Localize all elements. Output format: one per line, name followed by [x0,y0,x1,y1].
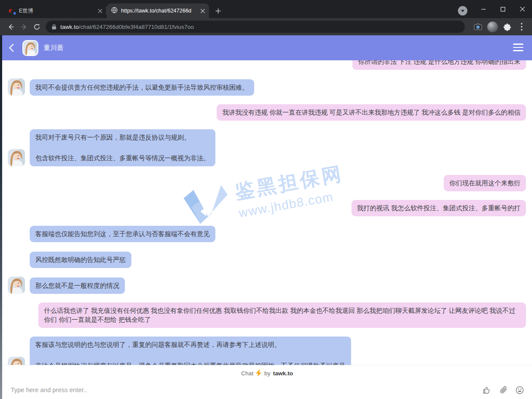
message-row: 我司对于废号只有一个原因，那就是违反协议与规则。包含软件投注、集团式投注、多重帐… [8,129,526,167]
message-text: 客服该与您说明的也与您说明了，重复的问题客服就不再赘述，再请参考下上述说明。 [35,340,345,349]
new-tab-button[interactable] [212,5,224,16]
reload-button[interactable] [30,20,43,33]
browser-window: e E世博 https://tawk.to/chat/6247266d [0,0,532,399]
message-row: 我打的视讯 我怎么软件投注、集团式投注、多重帐号的打 [8,200,526,216]
message-list: 你所谓的非法 下注 违规 是什么地方违规 你明确的指出来我司不会提供贵方任何您违… [2,60,532,365]
agent-message-bubble: 客服该与您说明的也与您说明了，重复的问题客服就不再赘述，再请参考下上述说明。非法… [30,337,351,365]
browser-toolbar: tawk.to/chat/6247266d0bfe3f4a87710d81/1f… [0,18,532,35]
maximize-button[interactable] [493,0,513,18]
message-row: 你所谓的非法 下注 违规 是什么地方违规 你明确的指出来 [8,60,526,70]
message-avatar [8,149,25,166]
minimize-button[interactable] [474,0,493,18]
message-row: 我讲我没有违规 你就一直在讲我违规 可是又讲不出来我那地方违规了 我冲这么多钱 … [8,104,526,121]
back-button[interactable] [4,20,17,33]
lock-icon [52,24,56,30]
extensions-puzzle-icon[interactable] [501,21,513,33]
agent-avatar [22,40,38,56]
tab-bar: e E世博 https://tawk.to/chat/6247266d [0,0,532,18]
profile-avatar-icon[interactable] [486,21,498,33]
visitor-message-bubble: 你们现在就用这个来敷衍 [444,175,526,191]
tab-label: E世博 [19,7,96,15]
message-text: 风控既然敢明确的告知此号严惩 [35,255,126,265]
message-row: 客服端也仅能告知您到这，至于您承认与否客服端不会有意见 [8,225,526,242]
close-window-button[interactable] [513,0,532,18]
globe-icon [111,7,118,15]
browser-menu-icon[interactable] [516,21,528,33]
tab-close-icon[interactable] [199,7,206,15]
tab-esbo[interactable]: e E世博 [4,3,106,18]
tab-search-button[interactable] [458,6,467,16]
message-avatar [8,277,25,294]
menu-icon[interactable] [513,44,523,51]
message-row: 风控既然敢明确的告知此号严惩 [8,251,526,268]
agent-message-bubble: 我司不会提供贵方任何您违规的手法，以避免更新手法导致风控审核困难。 [30,79,254,96]
message-input-bar [2,381,532,399]
tab-close-icon[interactable] [96,7,104,15]
thumbs-up-icon[interactable] [482,386,492,395]
avatar-spacer [8,225,25,242]
message-text: 我打的视讯 我怎么软件投注、集团式投注、多重帐号的打 [357,203,520,213]
lightning-bolt-icon [256,370,261,377]
brand-chat-label: Chat [241,370,254,377]
avatar-spacer [8,251,25,268]
back-chevron-icon[interactable] [9,44,14,52]
message-input[interactable] [11,387,482,393]
tab-label: https://tawk.to/chat/6247266d [121,8,199,14]
message-text: 那么您就不是一般程度的情况 [35,281,119,290]
agent-message-bubble: 风控既然敢明确的告知此号严惩 [30,252,131,268]
message-text: 我司对于废号只有一个原因，那就是违反协议与规则。 [35,133,210,142]
camera-extension-icon[interactable] [472,21,484,33]
message-avatar [8,357,25,365]
url-domain: tawk.to [60,24,79,30]
message-text: 客服端也仅能告知您到这，至于您承认与否客服端不会有意见 [35,229,210,239]
tawk-branding: Chat by tawk.to [2,365,532,381]
emoji-icon[interactable] [515,386,524,395]
message-text: 你所谓的非法 下注 违规 是什么地方违规 你明确的指出来 [358,60,520,66]
chat-header: 童川蔷 [0,35,532,60]
forward-button[interactable] [17,20,30,33]
message-text: 我讲我没有违规 你就一直在讲我违规 可是又讲不出来我那地方违规了 我冲这么多钱 … [222,108,520,117]
desktop-edge-strip [0,35,2,399]
visitor-message-bubble: 什么话我也讲了 我充值没有任何优惠 我也没有拿你们任何优惠 我取钱你们不给我出款… [38,302,526,328]
esbo-favicon-icon: e [9,7,16,14]
message-row: 那么您就不是一般程度的情况 [8,277,526,294]
agent-message-bubble: 那么您就不是一般程度的情况 [30,277,125,294]
message-text: 我司不会提供贵方任何您违规的手法，以避免更新手法导致风控审核困难。 [35,83,249,92]
attachment-icon[interactable] [499,386,508,395]
message-row: 什么话我也讲了 我充值没有任何优惠 我也没有拿你们任何优惠 我取钱你们不给我出款… [8,302,526,328]
message-text: 非法会员根据协议与规章与以废号，避免会员重复取回本金后重复此举导致风控困扰，不予… [35,361,345,365]
brand-tawk-label[interactable]: tawk.to [273,370,293,377]
brand-by-label: by [264,370,270,377]
message-avatar [8,78,25,96]
message-text: 什么话我也讲了 我充值没有任何优惠 我也没有拿你们任何优惠 我取钱你们不给我出款… [44,306,520,325]
message-row: 客服该与您说明的也与您说明了，重复的问题客服就不再赘述，再请参考下上述说明。非法… [8,337,526,365]
agent-name: 童川蔷 [44,44,64,53]
url-path: /chat/6247266d0bfe3f4a87710d81/1fvius7oo [79,24,194,30]
visitor-message-bubble: 我打的视讯 我怎么软件投注、集团式投注、多重帐号的打 [352,200,526,216]
agent-message-bubble: 我司对于废号只有一个原因，那就是违反协议与规则。包含软件投注、集团式投注、多重帐… [30,129,215,167]
url-bar[interactable]: tawk.to/chat/6247266d0bfe3f4a87710d81/1f… [46,21,465,33]
message-row: 我司不会提供贵方任何您违规的手法，以避免更新手法导致风控审核困难。 [8,78,526,96]
visitor-message-bubble: 你所谓的非法 下注 违规 是什么地方违规 你明确的指出来 [352,60,526,70]
message-row: 你们现在就用这个来敷衍 [8,175,526,191]
agent-message-bubble: 客服端也仅能告知您到这，至于您承认与否客服端不会有意见 [30,226,215,242]
visitor-message-bubble: 我讲我没有违规 你就一直在讲我违规 可是又讲不出来我那地方违规了 我冲这么多钱 … [217,104,526,121]
tab-tawk-chat[interactable]: https://tawk.to/chat/6247266d [107,3,209,18]
message-text: 你们现在就用这个来敷衍 [449,178,520,188]
message-text: 包含软件投注、集团式投注、多重帐号等情况一概视为非法。 [35,153,210,163]
